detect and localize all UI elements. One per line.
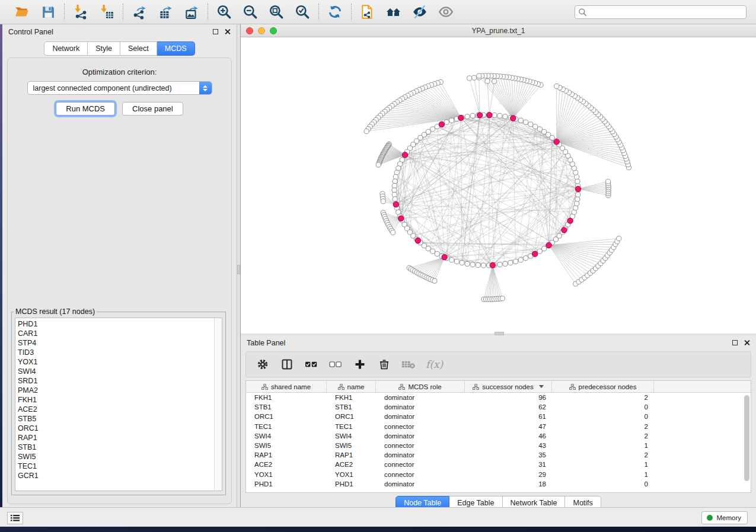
- table-cell: FKH1: [327, 394, 376, 401]
- share-document-icon: [360, 4, 375, 20]
- export-network-button[interactable]: [130, 3, 148, 21]
- table-row[interactable]: PHD1PHD1dominator180: [246, 479, 751, 489]
- zoom-in-button[interactable]: [215, 3, 233, 21]
- zoom-fit-button[interactable]: [267, 3, 285, 21]
- column-header-shared-name[interactable]: shared name: [246, 381, 327, 392]
- export-image-button[interactable]: [183, 3, 200, 21]
- mcds-result-item[interactable]: RAP1: [18, 433, 222, 443]
- search-input[interactable]: [575, 5, 747, 19]
- save-session-icon: [41, 5, 56, 20]
- close-panel-icon[interactable]: [744, 339, 750, 346]
- table-row[interactable]: SWI5SWI5connector431: [246, 441, 751, 450]
- mcds-result-item[interactable]: YOX1: [18, 357, 222, 367]
- mcds-result-item[interactable]: ACE2: [18, 405, 222, 414]
- table-scrollbar-thumb[interactable]: [744, 395, 749, 481]
- tab-network[interactable]: Network: [44, 41, 88, 56]
- float-panel-icon[interactable]: [732, 340, 738, 345]
- mcds-result-listbox[interactable]: PHD1CAR1STP4TID3YOX1SWI4SRD1PMA2FKH1ACE2…: [15, 318, 222, 491]
- table-cell: RAP1: [327, 451, 376, 459]
- add-column-icon[interactable]: [353, 357, 367, 371]
- tab-select[interactable]: Select: [120, 41, 157, 56]
- node-table: shared namenameMCDS rolesuccessor nodesp…: [245, 380, 751, 493]
- hide-unhide-button[interactable]: [411, 3, 429, 21]
- refresh-button[interactable]: [326, 3, 344, 21]
- import-network-button[interactable]: [72, 3, 90, 21]
- delete-column-icon[interactable]: [377, 357, 391, 371]
- close-panel-button[interactable]: Close panel: [122, 102, 183, 116]
- table-row[interactable]: FKH1FKH1dominator962: [246, 393, 751, 402]
- mcds-result-item[interactable]: SRD1: [18, 376, 222, 386]
- deselect-all-checkbox-icon[interactable]: [328, 357, 343, 371]
- hierarchy-icon: [398, 384, 405, 390]
- open-session-icon: [14, 4, 30, 20]
- table-row[interactable]: STB1STB1dominator620: [246, 402, 751, 412]
- column-header-MCDS-role[interactable]: MCDS role: [376, 381, 465, 392]
- mcds-result-item[interactable]: ORC1: [18, 424, 222, 433]
- gear-icon[interactable]: [256, 357, 270, 371]
- table-cell: 2: [552, 451, 654, 459]
- mcds-result-item[interactable]: STB1: [18, 443, 222, 452]
- share-document-button[interactable]: [359, 3, 377, 21]
- table-cell: ACE2: [327, 461, 376, 468]
- mcds-result-item[interactable]: TEC1: [18, 462, 222, 471]
- column-header-predecessor-nodes[interactable]: predecessor nodes: [552, 381, 654, 392]
- table-cell: SWI4: [246, 432, 327, 440]
- mcds-result-item[interactable]: CAR1: [18, 329, 222, 338]
- run-mcds-button[interactable]: Run MCDS: [56, 102, 115, 116]
- zoom-selected-icon: [295, 4, 310, 20]
- table-row[interactable]: YOX1YOX1connector291: [246, 470, 751, 479]
- table-cell: ORC1: [246, 413, 327, 420]
- export-table-button[interactable]: [157, 3, 174, 21]
- mcds-result-scrollbar[interactable]: [214, 318, 222, 491]
- split-columns-icon[interactable]: [280, 357, 294, 371]
- mcds-result-item[interactable]: SWI5: [18, 452, 222, 462]
- zoom-in-icon: [216, 4, 232, 20]
- table-row[interactable]: SWI4SWI4dominator462: [246, 431, 751, 441]
- table-row[interactable]: RAP1RAP1dominator352: [246, 450, 751, 460]
- mcds-result-item[interactable]: GCR1: [18, 471, 222, 480]
- import-table-button[interactable]: [98, 3, 116, 21]
- table-panel-titlebar: Table Panel: [241, 335, 756, 350]
- open-session-button[interactable]: [13, 3, 31, 21]
- control-panel: Control Panel NetworkStyleSelectMCDS Opt…: [2, 24, 237, 507]
- memory-button[interactable]: Memory: [701, 511, 748, 524]
- mcds-result-item[interactable]: STP4: [18, 338, 222, 348]
- table-cell: connector: [376, 461, 465, 468]
- select-all-checkbox-icon[interactable]: [304, 357, 318, 371]
- splitter-grip[interactable]: [237, 265, 240, 274]
- network-window-titlebar[interactable]: YPA_prune.txt_1: [241, 24, 756, 37]
- zoom-selected-button[interactable]: [294, 3, 311, 21]
- table-cell: 2: [552, 394, 654, 401]
- mcds-result-item[interactable]: STB5: [18, 414, 222, 424]
- mcds-result-item[interactable]: SWI4: [18, 367, 222, 376]
- zoom-out-button[interactable]: [241, 3, 259, 21]
- optimization-criterion-dropdown[interactable]: largest connected component (undirected): [27, 81, 212, 95]
- column-label: name: [347, 383, 365, 390]
- table-row[interactable]: TEC1TEC1connector472: [246, 422, 751, 431]
- show-eye-button[interactable]: [437, 3, 455, 21]
- column-header-name[interactable]: name: [327, 381, 376, 392]
- network-canvas[interactable]: [241, 37, 756, 334]
- show-panels-list-button[interactable]: [7, 512, 23, 524]
- network-graph[interactable]: [241, 37, 756, 334]
- table-cell: 47: [465, 423, 552, 430]
- mcds-result-item[interactable]: PMA2: [18, 386, 222, 395]
- tab-style[interactable]: Style: [88, 41, 120, 56]
- table-cell: 1: [552, 471, 654, 478]
- mcds-result-item[interactable]: TID3: [18, 348, 222, 357]
- table-row[interactable]: ORC1ORC1dominator610: [246, 412, 751, 421]
- float-panel-icon[interactable]: [213, 29, 218, 34]
- home-network-button[interactable]: [385, 3, 403, 21]
- save-session-button[interactable]: [39, 3, 57, 21]
- mcds-result-item[interactable]: PHD1: [18, 319, 222, 329]
- table-cell: dominator: [376, 480, 465, 488]
- tab-mcds[interactable]: MCDS: [157, 41, 195, 56]
- close-panel-icon[interactable]: [224, 28, 231, 35]
- delete-table-icon[interactable]: [401, 357, 416, 371]
- mcds-result-item[interactable]: FKH1: [18, 395, 222, 405]
- column-header-successor-nodes[interactable]: successor nodes: [465, 381, 552, 392]
- table-cell: 96: [465, 394, 552, 401]
- table-panel-title: Table Panel: [247, 339, 285, 347]
- table-cell: connector: [376, 442, 465, 449]
- table-row[interactable]: ACE2ACE2connector311: [246, 460, 751, 469]
